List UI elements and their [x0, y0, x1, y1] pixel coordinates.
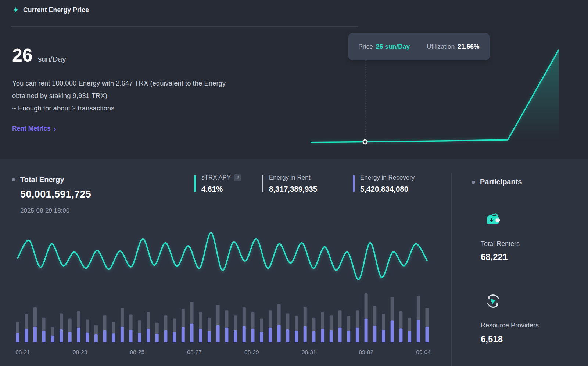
tooltip-utilization-value: 21.66%: [458, 43, 479, 50]
svg-text:09-04: 09-04: [416, 349, 430, 355]
rent-metrics-label: Rent Metrics: [12, 125, 51, 133]
price-value: 26: [12, 45, 33, 66]
total-energy-timestamp: 2025-08-29 18:00: [20, 207, 69, 214]
help-icon[interactable]: ?: [234, 174, 241, 181]
current-price: 26 sun/Day: [12, 45, 66, 66]
total-energy-chart[interactable]: 08-2108-2308-2508-2708-2908-3109-0209-04: [15, 229, 430, 358]
total-renters-label: Total Renters: [481, 240, 520, 248]
resource-providers-value: 6,518: [481, 334, 503, 344]
stat-energy-in-recovery: Energy in Recovery 5,420,834,080: [353, 174, 415, 193]
rent-metrics-link[interactable]: Rent Metrics ›: [12, 125, 56, 133]
chevron-right-icon: ›: [54, 125, 56, 133]
wallet-energy-icon: [484, 211, 502, 228]
stat-accent-bar: [262, 175, 263, 192]
energy-stats-panel: Total Energy 50,001,591,725 2025-08-29 1…: [0, 159, 588, 366]
total-renters-value: 68,221: [481, 252, 508, 262]
svg-text:08-27: 08-27: [187, 349, 202, 355]
page-title: Current Energy Price: [23, 6, 89, 14]
stat-strx-apy: sTRX APY ? 4.61%: [194, 174, 241, 193]
square-bullet-icon: [472, 181, 475, 184]
dashboard: Current Energy Price 26 sun/Day You can …: [0, 0, 588, 366]
tooltip-utilization: Utilization21.66%: [427, 43, 479, 51]
energy-in-recovery-value: 5,420,834,080: [360, 185, 415, 193]
strx-apy-value: 4.61%: [201, 185, 241, 193]
tooltip-price-label: Price: [358, 43, 373, 50]
price-unit: sun/Day: [38, 55, 66, 64]
price-description-line2: ~ Enough for about 2 transactions: [12, 102, 251, 115]
stat-accent-bar: [353, 175, 355, 192]
stat-accent-bar: [194, 175, 196, 192]
svg-text:08-31: 08-31: [302, 349, 316, 355]
tooltip-price: Price26 sun/Day: [358, 43, 410, 51]
square-bullet-icon: [12, 178, 15, 181]
page-header: Current Energy Price: [12, 6, 89, 14]
svg-text:08-21: 08-21: [15, 349, 30, 355]
price-description: You can rent 100,000 Energy with 2.647 T…: [12, 77, 251, 115]
tooltip-utilization-label: Utilization: [427, 43, 455, 50]
total-energy-title: Total Energy: [20, 175, 64, 184]
stat-energy-in-rent: Energy in Rent 8,317,389,935: [262, 174, 317, 193]
total-energy-value: 50,001,591,725: [20, 189, 91, 200]
participants-header: Participants: [472, 178, 522, 186]
tooltip-price-value: 26 sun/Day: [376, 43, 410, 50]
svg-text:08-23: 08-23: [73, 349, 87, 355]
energy-in-rent-value: 8,317,389,935: [269, 185, 317, 193]
participants-title: Participants: [480, 178, 522, 186]
vertical-divider: [451, 173, 452, 366]
price-history-chart[interactable]: [311, 47, 559, 147]
strx-apy-label: sTRX APY: [201, 174, 231, 181]
energy-in-recovery-label: Energy in Recovery: [360, 174, 415, 181]
svg-text:08-29: 08-29: [244, 349, 259, 355]
total-energy-header: Total Energy: [12, 175, 64, 184]
resource-cycle-icon: [484, 292, 502, 310]
price-description-line: You can rent 100,000 Energy with 2.647 T…: [12, 77, 251, 102]
energy-in-rent-label: Energy in Rent: [269, 174, 310, 181]
svg-text:08-25: 08-25: [130, 349, 145, 355]
chart-tooltip: Price26 sun/Day Utilization21.66%: [348, 33, 490, 60]
resource-providers-label: Resource Providers: [481, 322, 539, 329]
svg-text:09-02: 09-02: [359, 349, 373, 355]
lightning-icon: [12, 6, 19, 14]
total-energy-chart-area[interactable]: 08-2108-2308-2508-2708-2908-3109-0209-04: [15, 229, 430, 358]
header-divider: [11, 26, 358, 27]
